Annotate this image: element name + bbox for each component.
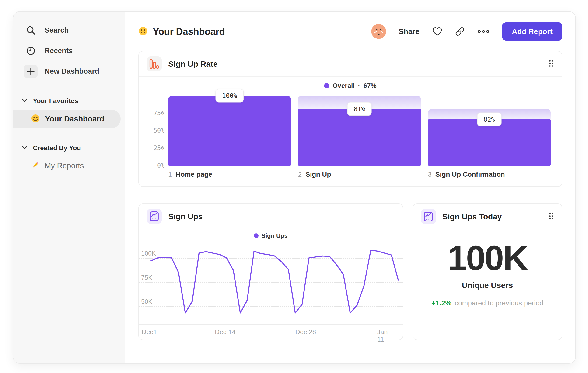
kpi-delta-note: compared to previous period bbox=[455, 299, 543, 307]
funnel-bar-sign-up[interactable]: 81% bbox=[298, 96, 421, 165]
page-header: Your Dashboard Share Add Report bbox=[138, 24, 562, 39]
kpi-value: 100K bbox=[448, 241, 528, 276]
funnel-bar-fill bbox=[428, 119, 551, 165]
kpi-delta: +1.2% bbox=[431, 299, 452, 307]
sidebar-item-label: New Dashboard bbox=[45, 67, 99, 76]
x-axis-tick: Dec 28 bbox=[295, 328, 316, 336]
y-axis-tick: 75% bbox=[154, 110, 165, 117]
line-legend: Sign Ups bbox=[139, 229, 403, 242]
bar-chart-icon bbox=[147, 56, 162, 71]
legend-series-name: Overall bbox=[333, 82, 355, 90]
search-icon bbox=[24, 24, 38, 37]
share-button[interactable]: Share bbox=[399, 27, 420, 36]
section-title: Your Favorites bbox=[33, 97, 78, 105]
sidebar-item-my-reports[interactable]: My Reports bbox=[13, 157, 125, 175]
funnel-chart: Overall · 67% 75% 50% 25% 0% bbox=[139, 77, 562, 178]
sidebar-item-label: Recents bbox=[45, 47, 73, 55]
drag-handle-icon[interactable] bbox=[549, 212, 554, 221]
link-icon[interactable] bbox=[455, 27, 465, 36]
funnel-value-badge: 81% bbox=[347, 102, 372, 116]
line-chart: 100K 75K 50K bbox=[139, 242, 403, 324]
chevron-down-icon bbox=[22, 146, 27, 150]
user-avatar[interactable] bbox=[371, 24, 386, 39]
sidebar: Search Recents New Dashboard Your Favori… bbox=[13, 12, 125, 363]
funnel-step-label: 3 Sign Up Confirmation bbox=[428, 171, 551, 178]
sidebar-item-new-dashboard[interactable]: New Dashboard bbox=[13, 61, 125, 81]
main-content: Your Dashboard Share Add Report bbox=[125, 12, 575, 363]
legend-separator: · bbox=[358, 82, 360, 90]
kpi-label: Unique Users bbox=[462, 281, 513, 290]
funnel-bar-fill bbox=[168, 96, 291, 165]
sign-ups-today-card: Sign Ups Today 100K Unique Users +1.2% c… bbox=[412, 203, 562, 340]
legend-series-name: Sign Ups bbox=[261, 232, 288, 239]
drag-handle-icon[interactable] bbox=[549, 60, 554, 68]
legend-dot bbox=[254, 233, 259, 238]
legend-series-value: 67% bbox=[364, 82, 377, 90]
funnel-bar-home-page[interactable]: 100% bbox=[168, 96, 291, 165]
section-created-by-you[interactable]: Created By You bbox=[13, 141, 125, 155]
line-chart-icon bbox=[147, 209, 162, 224]
add-report-button[interactable]: Add Report bbox=[502, 22, 562, 40]
clock-icon bbox=[24, 44, 38, 58]
smiley-icon bbox=[31, 114, 40, 124]
sidebar-item-label: Your Dashboard bbox=[45, 114, 104, 123]
x-axis-tick: Jan 11 bbox=[377, 328, 394, 343]
smiley-icon bbox=[138, 26, 148, 37]
card-header: Sign Ups Today bbox=[413, 204, 562, 229]
y-axis-tick: 50% bbox=[154, 127, 165, 134]
x-axis-tick: Dec1 bbox=[142, 328, 157, 336]
legend-dot bbox=[324, 83, 329, 88]
page-title: Your Dashboard bbox=[153, 26, 225, 37]
funnel-bar-fill bbox=[298, 109, 421, 165]
plus-icon bbox=[24, 65, 38, 78]
sidebar-item-label: My Reports bbox=[45, 161, 84, 170]
heart-icon[interactable] bbox=[432, 27, 442, 36]
funnel-step-label: 2 Sign Up bbox=[298, 171, 421, 178]
card-header: Sign Ups bbox=[139, 204, 403, 229]
sign-up-rate-card: Sign Up Rate Overall · 67% 75% 50% 25% bbox=[138, 51, 562, 187]
section-title: Created By You bbox=[33, 144, 81, 152]
line-chart-icon bbox=[421, 209, 436, 224]
kpi-content: 100K Unique Users +1.2% compared to prev… bbox=[413, 229, 562, 307]
card-title: Sign Ups Today bbox=[442, 212, 502, 221]
app-window: Search Recents New Dashboard Your Favori… bbox=[13, 11, 576, 364]
y-axis-tick: 25% bbox=[154, 144, 165, 151]
funnel-y-axis: 75% 50% 25% 0% bbox=[150, 96, 168, 165]
sign-ups-card: Sign Ups Sign Ups 100K 75K 50K Dec1 Dec bbox=[138, 203, 403, 340]
funnel-legend: Overall · 67% bbox=[150, 77, 551, 95]
sidebar-item-recents[interactable]: Recents bbox=[13, 40, 125, 61]
x-axis-tick: Dec 14 bbox=[215, 328, 236, 336]
line-x-axis: Dec1 Dec 14 Dec 28 Jan 11 bbox=[139, 324, 403, 339]
card-title: Sign Up Rate bbox=[168, 60, 218, 69]
funnel-value-badge: 82% bbox=[477, 113, 501, 126]
pencil-icon bbox=[31, 161, 39, 171]
funnel-step-label: 1 Home page bbox=[168, 171, 291, 178]
line-series bbox=[139, 242, 403, 324]
section-your-favorites[interactable]: Your Favorites bbox=[13, 94, 125, 108]
sidebar-item-label: Search bbox=[45, 26, 69, 34]
card-header: Sign Up Rate bbox=[139, 51, 562, 77]
y-axis-tick: 0% bbox=[157, 162, 165, 169]
card-title: Sign Ups bbox=[168, 212, 202, 221]
sidebar-item-search[interactable]: Search bbox=[13, 20, 125, 40]
chevron-down-icon bbox=[22, 99, 27, 103]
ellipsis-icon[interactable] bbox=[477, 30, 490, 33]
funnel-bar-sign-up-confirmation[interactable]: 82% bbox=[428, 96, 551, 165]
sidebar-item-your-dashboard[interactable]: Your Dashboard bbox=[13, 110, 121, 128]
funnel-value-badge: 100% bbox=[216, 89, 244, 102]
